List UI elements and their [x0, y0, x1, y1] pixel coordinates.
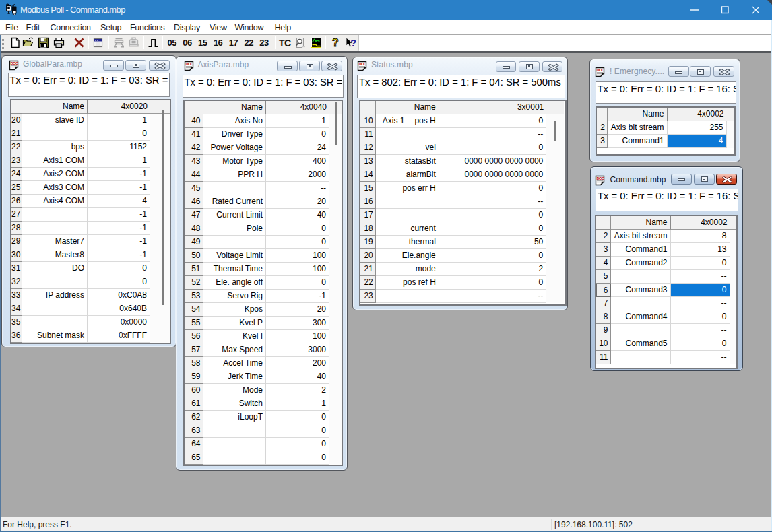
- svg-text:DOC: DOC: [596, 176, 604, 180]
- svg-text:DOC: DOC: [358, 61, 366, 65]
- svg-text:DOC: DOC: [185, 62, 193, 66]
- svg-text:?: ?: [332, 37, 339, 48]
- svg-text:DOC: DOC: [596, 68, 604, 72]
- svg-text:DOC: DOC: [10, 61, 18, 65]
